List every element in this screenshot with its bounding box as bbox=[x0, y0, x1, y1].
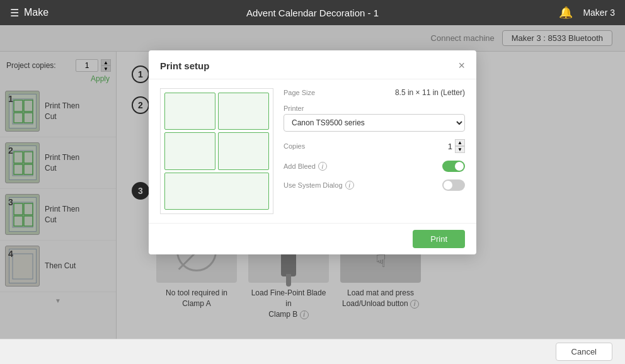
printer-label: Printer bbox=[284, 105, 465, 112]
print-setup-modal: Print setup × Page Size 8.5 in × 11 in (… bbox=[149, 50, 476, 254]
page-size-value: 8.5 in × 11 in (Letter) bbox=[395, 88, 465, 97]
page-title: Advent Calendar Decoration - 1 bbox=[246, 8, 379, 18]
modal-footer: Print bbox=[149, 223, 476, 254]
use-system-dialog-row: Use System Dialog i bbox=[284, 179, 465, 191]
use-system-dialog-toggle[interactable] bbox=[442, 179, 465, 191]
app-header: ☰ Make Advent Calendar Decoration - 1 🔔 … bbox=[0, 0, 625, 25]
hamburger-icon: ☰ bbox=[10, 7, 19, 19]
copies-arrows: ▲ ▼ bbox=[455, 139, 465, 153]
add-bleed-toggle[interactable] bbox=[442, 161, 465, 172]
copies-label: Copies bbox=[284, 142, 305, 150]
make-label: Make bbox=[24, 7, 49, 18]
preview-card-5 bbox=[164, 173, 269, 210]
preview-card-4 bbox=[218, 132, 269, 169]
preview-card-2 bbox=[218, 93, 269, 130]
modal-close-button[interactable]: × bbox=[458, 59, 465, 72]
print-button[interactable]: Print bbox=[413, 230, 465, 248]
page-size-row: Page Size 8.5 in × 11 in (Letter) bbox=[284, 88, 465, 97]
preview-card-1 bbox=[164, 93, 215, 130]
copies-up[interactable]: ▲ bbox=[455, 139, 465, 146]
modal-preview bbox=[160, 88, 273, 214]
add-bleed-label: Add Bleed bbox=[284, 162, 316, 170]
menu-button[interactable]: ☰ Make bbox=[10, 7, 49, 19]
header-right: 🔔 Maker 3 bbox=[559, 6, 615, 20]
preview-card-3 bbox=[164, 132, 215, 169]
copies-number: 1 ▲ ▼ bbox=[448, 139, 465, 153]
add-bleed-info-icon[interactable]: i bbox=[318, 162, 327, 171]
cancel-button[interactable]: Cancel bbox=[556, 343, 612, 361]
modal-overlay: Print setup × Page Size 8.5 in × 11 in (… bbox=[0, 25, 625, 339]
footer: Cancel bbox=[0, 339, 625, 364]
bell-icon[interactable]: 🔔 bbox=[559, 6, 573, 20]
copies-row: Copies 1 ▲ ▼ bbox=[284, 139, 465, 153]
page-size-label: Page Size bbox=[284, 89, 315, 96]
modal-body: Page Size 8.5 in × 11 in (Letter) Printe… bbox=[149, 79, 476, 223]
printer-row: Printer Canon TS9500 series bbox=[284, 105, 465, 132]
modal-header: Print setup × bbox=[149, 50, 476, 79]
add-bleed-row: Add Bleed i bbox=[284, 161, 465, 172]
modal-settings: Page Size 8.5 in × 11 in (Letter) Printe… bbox=[284, 88, 465, 214]
use-system-dialog-label: Use System Dialog bbox=[284, 181, 343, 189]
user-label: Maker 3 bbox=[583, 8, 615, 18]
copies-num: 1 bbox=[448, 142, 452, 151]
copies-down[interactable]: ▼ bbox=[455, 146, 465, 153]
modal-title: Print setup bbox=[160, 60, 209, 71]
use-system-dialog-info-icon[interactable]: i bbox=[345, 181, 354, 190]
printer-select[interactable]: Canon TS9500 series bbox=[284, 114, 465, 132]
